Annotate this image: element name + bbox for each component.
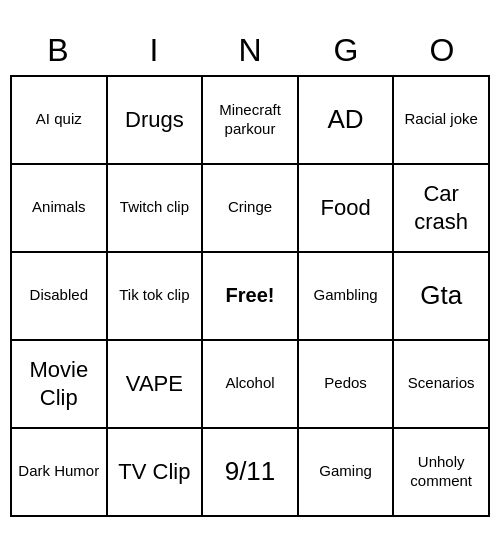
- bingo-cell-16[interactable]: VAPE: [108, 341, 204, 429]
- bingo-grid: AI quizDrugsMinecraft parkourADRacial jo…: [10, 75, 490, 517]
- bingo-cell-10[interactable]: Disabled: [12, 253, 108, 341]
- bingo-cell-21[interactable]: TV Clip: [108, 429, 204, 517]
- bingo-cell-1[interactable]: Drugs: [108, 77, 204, 165]
- bingo-cell-11[interactable]: Tik tok clip: [108, 253, 204, 341]
- bingo-cell-19[interactable]: Scenarios: [394, 341, 490, 429]
- bingo-cell-9[interactable]: Car crash: [394, 165, 490, 253]
- bingo-cell-8[interactable]: Food: [299, 165, 395, 253]
- bingo-cell-14[interactable]: Gta: [394, 253, 490, 341]
- bingo-cell-17[interactable]: Alcohol: [203, 341, 299, 429]
- bingo-cell-24[interactable]: Unholy comment: [394, 429, 490, 517]
- bingo-cell-6[interactable]: Twitch clip: [108, 165, 204, 253]
- letter-o: O: [398, 32, 486, 69]
- bingo-title: B I N G O: [10, 28, 490, 75]
- letter-b: B: [14, 32, 102, 69]
- bingo-cell-2[interactable]: Minecraft parkour: [203, 77, 299, 165]
- letter-n: N: [206, 32, 294, 69]
- bingo-cell-12[interactable]: Free!: [203, 253, 299, 341]
- bingo-cell-20[interactable]: Dark Humor: [12, 429, 108, 517]
- bingo-cell-5[interactable]: Animals: [12, 165, 108, 253]
- bingo-cell-7[interactable]: Cringe: [203, 165, 299, 253]
- bingo-cell-22[interactable]: 9/11: [203, 429, 299, 517]
- bingo-cell-13[interactable]: Gambling: [299, 253, 395, 341]
- letter-i: I: [110, 32, 198, 69]
- bingo-cell-18[interactable]: Pedos: [299, 341, 395, 429]
- bingo-cell-15[interactable]: Movie Clip: [12, 341, 108, 429]
- letter-g: G: [302, 32, 390, 69]
- bingo-cell-0[interactable]: AI quiz: [12, 77, 108, 165]
- bingo-container: B I N G O AI quizDrugsMinecraft parkourA…: [10, 28, 490, 517]
- bingo-cell-23[interactable]: Gaming: [299, 429, 395, 517]
- bingo-cell-4[interactable]: Racial joke: [394, 77, 490, 165]
- bingo-cell-3[interactable]: AD: [299, 77, 395, 165]
